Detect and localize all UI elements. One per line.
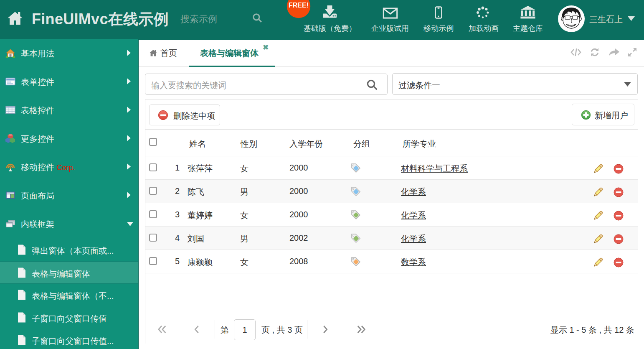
svg-text:FREE!: FREE! — [289, 2, 309, 9]
